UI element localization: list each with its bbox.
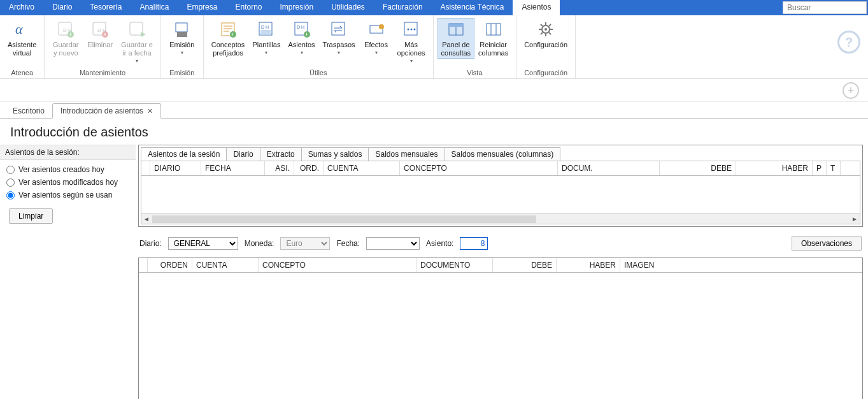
col-header-cuenta[interactable]: CUENTA	[324, 161, 400, 175]
doc-tab-introduccion-asientos[interactable]: Introducción de asientos✕	[52, 103, 161, 119]
radio-hoy[interactable]: Ver asientos creados hoy	[6, 165, 129, 174]
menu-archivo[interactable]: Archivo	[0, 0, 43, 15]
col-header-haber[interactable]: HABER	[736, 161, 813, 175]
menu-diario[interactable]: Diario	[43, 0, 81, 15]
svg-rect-36	[487, 24, 501, 35]
traspasos-button[interactable]: Traspasos▾	[319, 18, 359, 57]
col-header-haber[interactable]: HABER	[557, 258, 620, 272]
page-title: Introducción de asientos	[0, 119, 868, 145]
delete-icon: D H×	[90, 19, 110, 40]
col-header-concepto[interactable]: CONCEPTO	[259, 258, 416, 272]
diario-label: Diario:	[139, 239, 162, 248]
emision-button[interactable]: Emisión▾	[165, 18, 199, 57]
col-header-imagen[interactable]: IMAGEN	[620, 258, 862, 272]
row-selector-header	[139, 258, 148, 272]
ribbon-group-label: Útiles	[204, 68, 433, 78]
col-header-cuenta[interactable]: CUENTA	[192, 258, 259, 272]
search-input[interactable]	[783, 1, 867, 14]
scroll-left-icon[interactable]: ◄	[141, 215, 152, 222]
col-header-documento[interactable]: DOCUMENTO	[416, 258, 493, 272]
upper-grid-body	[141, 176, 860, 214]
asientos-button[interactable]: D H+Asientos▾	[284, 18, 318, 57]
svg-text:+: +	[69, 31, 72, 38]
asistente-virtual-label: Asistentevirtual	[8, 41, 36, 57]
close-icon[interactable]: ✕	[147, 107, 153, 115]
upper-grid-scrollbar[interactable]: ◄ ►	[141, 214, 860, 224]
svg-point-32	[413, 29, 415, 31]
alpha-icon: α	[12, 19, 32, 40]
col-header-debe[interactable]: DEBE	[493, 258, 557, 272]
menu-impresi-n[interactable]: Impresión	[271, 0, 322, 15]
col-header-orden[interactable]: ORDEN	[148, 258, 192, 272]
menu-facturaci-n[interactable]: Facturación	[374, 0, 432, 15]
menu-asistencia-t-cnica[interactable]: Asistencia Técnica	[432, 0, 513, 15]
col-header-diario[interactable]: DIARIO	[150, 161, 201, 175]
col-header-concepto[interactable]: CONCEPTO	[400, 161, 558, 175]
configuracion-label: Configuración	[524, 41, 567, 49]
menu-tesorer-a[interactable]: Tesorería	[81, 0, 131, 15]
inner-tab-saldos-mensuales-columnas-[interactable]: Saldos mensuales (columnas)	[445, 147, 561, 161]
add-button[interactable]: +	[843, 82, 859, 99]
inner-tab-saldos-mensuales[interactable]: Saldos mensuales	[369, 147, 445, 161]
panel-consultas-button[interactable]: Panel deconsultas	[438, 18, 474, 59]
menu-utilidades[interactable]: Utilidades	[322, 0, 374, 15]
document-tabs: EscritorioIntroducción de asientos✕	[0, 102, 868, 119]
moneda-select[interactable]: Euro	[280, 237, 330, 250]
asiento-input[interactable]	[460, 237, 488, 250]
diario-select[interactable]: GENERAL	[168, 237, 238, 250]
limpiar-button[interactable]: Limpiar	[9, 208, 53, 224]
col-header-t[interactable]: T	[827, 161, 841, 175]
inner-tab-extracto[interactable]: Extracto	[260, 147, 302, 161]
col-header-ord-[interactable]: ORD.	[294, 161, 324, 175]
doc-tab-escritorio[interactable]: Escritorio	[5, 104, 52, 118]
chevron-down-icon: ▾	[136, 58, 138, 64]
radio-mod[interactable]: Ver asientos modificados hoy	[6, 178, 129, 187]
plantillas-button[interactable]: D HPlantillas▾	[248, 18, 284, 57]
reiniciar-columnas-label: Reiniciarcolumnas	[478, 41, 508, 57]
svg-point-31	[410, 29, 412, 31]
radio-input-mod[interactable]	[6, 178, 15, 187]
fecha-select[interactable]	[366, 237, 420, 250]
save-plus-icon: D H+	[55, 19, 76, 40]
inner-tab-sumas-y-saldos[interactable]: Sumas y saldos	[302, 147, 369, 161]
transfer-icon	[329, 19, 349, 40]
menu-empresa[interactable]: Empresa	[178, 0, 226, 15]
efectos-button[interactable]: Efectos▾	[359, 18, 394, 57]
chevron-down-icon: ▾	[410, 58, 413, 64]
col-header-asi-[interactable]: ASI.	[265, 161, 294, 175]
effects-icon	[366, 19, 387, 40]
reiniciar-columnas-button[interactable]: Reiniciarcolumnas	[474, 18, 512, 59]
radio-usan[interactable]: Ver asientos según se usan	[6, 191, 129, 200]
col-header-fecha[interactable]: FECHA	[201, 161, 265, 175]
chevron-down-icon: ▾	[301, 50, 303, 55]
col-header-p[interactable]: P	[813, 161, 827, 175]
radio-input-usan[interactable]	[6, 191, 15, 200]
svg-text:D H: D H	[297, 25, 304, 29]
col-header-blank[interactable]	[841, 161, 858, 175]
menu-anal-tica[interactable]: Analítica	[131, 0, 178, 15]
asistente-virtual-button[interactable]: αAsistentevirtual	[4, 18, 40, 59]
inner-tab-diario[interactable]: Diario	[227, 147, 260, 161]
configuracion-button[interactable]: Configuración	[520, 18, 571, 50]
radio-input-hoy[interactable]	[6, 166, 15, 174]
inner-tab-asientos-de-la-sesi-n[interactable]: Asientos de la sesión	[141, 147, 227, 161]
entry-plus-icon: D H+	[292, 19, 312, 40]
mas-opciones-button[interactable]: Másopciones▾	[394, 18, 429, 65]
conceptos-prefijados-button[interactable]: +Conceptosprefijados	[208, 18, 249, 59]
svg-line-46	[549, 33, 551, 34]
help-icon[interactable]: ?	[837, 31, 860, 54]
menu-asientos[interactable]: Asientos	[513, 0, 560, 15]
col-header-docum-[interactable]: DOCUM.	[558, 161, 660, 175]
moneda-label: Moneda:	[245, 239, 274, 248]
ribbon-group-label: Mantenimiento	[45, 68, 160, 78]
scroll-right-icon[interactable]: ►	[850, 215, 860, 222]
more-icon	[401, 19, 422, 40]
scroll-thumb[interactable]	[152, 215, 536, 223]
concept-icon: +	[218, 19, 238, 40]
menu-entorno[interactable]: Entorno	[226, 0, 271, 15]
observaciones-button[interactable]: Observaciones	[792, 236, 862, 251]
col-header-debe[interactable]: DEBE	[660, 161, 736, 175]
ribbon-group-label: Configuración	[516, 68, 575, 78]
asientos-label: Asientos	[288, 41, 315, 49]
page-body: Asientos de la sesión: Ver asientos crea…	[0, 145, 868, 399]
